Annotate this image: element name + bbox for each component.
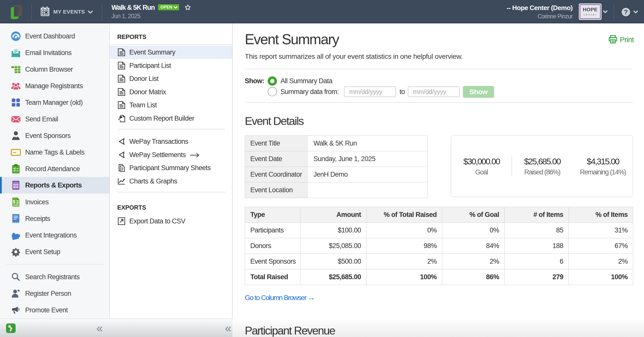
svg-text:$: $	[13, 199, 15, 204]
